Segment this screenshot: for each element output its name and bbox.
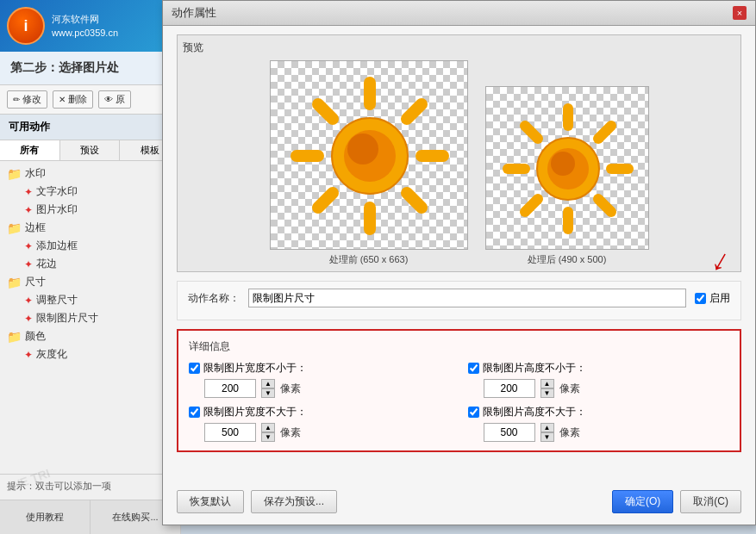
svg-line-15: [525, 126, 538, 139]
detail-section-label: 详细信息: [189, 339, 729, 354]
constraints-grid: 限制图片宽度不小于： ▲ ▼ 像素 限制图片高度: [189, 361, 729, 442]
svg-line-4: [318, 104, 333, 119]
svg-point-10: [347, 134, 378, 165]
tab-all[interactable]: 所有: [0, 140, 60, 160]
max-height-checkbox[interactable]: [468, 407, 479, 418]
min-height-unit: 像素: [559, 382, 580, 396]
min-width-label: 限制图片宽度不小于：: [203, 361, 307, 376]
min-height-checkbox[interactable]: [468, 363, 479, 374]
sun-after-svg: [486, 87, 649, 250]
max-height-down[interactable]: ▼: [540, 432, 554, 442]
enable-checkbox[interactable]: [695, 293, 706, 304]
item-resize[interactable]: ✦ 调整尺寸: [0, 291, 180, 309]
max-width-input[interactable]: [204, 423, 256, 442]
logo-text: 河东软件网 www.pc0359.cn: [52, 12, 118, 40]
max-height-up[interactable]: ▲: [540, 423, 554, 432]
svg-line-16: [598, 126, 611, 139]
item-image-watermark[interactable]: ✦ 图片水印: [0, 201, 180, 219]
enable-row: 启用: [695, 291, 730, 306]
min-height-group: 限制图片高度不小于： ▲ ▼ 像素: [468, 361, 730, 398]
min-width-checkbox[interactable]: [189, 363, 200, 374]
tab-preset[interactable]: 预设: [60, 140, 121, 160]
folder-watermark[interactable]: 📁 水印: [0, 165, 180, 183]
max-width-checkbox[interactable]: [189, 407, 200, 418]
action-name-row: 动作名称： 启用: [188, 289, 730, 307]
action-icon: ✦: [24, 240, 33, 252]
delete-button[interactable]: ✕ 删除: [53, 90, 93, 109]
svg-line-6: [318, 193, 333, 208]
max-height-input-row: ▲ ▼ 像素: [484, 423, 730, 442]
min-width-up[interactable]: ▲: [261, 379, 275, 388]
max-height-unit: 像素: [559, 425, 580, 440]
min-width-check-row: 限制图片宽度不小于：: [189, 361, 451, 376]
folder-icon: 📁: [7, 276, 22, 289]
action-icon: ✦: [24, 204, 33, 216]
min-height-check-row: 限制图片高度不小于：: [468, 361, 730, 376]
min-height-down[interactable]: ▼: [540, 388, 554, 398]
folder-border[interactable]: 📁 边框: [0, 219, 180, 237]
action-name-input[interactable]: [248, 289, 686, 307]
action-icon: ✦: [24, 186, 33, 198]
action-name-label: 动作名称：: [188, 291, 240, 306]
logo-icon: i: [7, 7, 45, 45]
action-icon: ✦: [24, 295, 33, 307]
item-add-border[interactable]: ✦ 添加边框: [0, 237, 180, 255]
max-width-label: 限制图片宽度不大于：: [203, 405, 307, 419]
detail-section: 详细信息 限制图片宽度不小于： ▲ ▼ 像素: [177, 329, 741, 452]
folder-color[interactable]: 📁 颜色: [0, 327, 180, 345]
svg-line-17: [525, 199, 538, 212]
cancel-button[interactable]: 取消(C): [680, 490, 741, 513]
toolbar: ✏ 修改 ✕ 删除 👁 原: [0, 85, 180, 115]
hint-bar: 提示：双击可以添加一项: [0, 474, 181, 498]
min-width-input[interactable]: [204, 379, 256, 398]
min-height-up[interactable]: ▲: [540, 379, 554, 388]
logo-bar: i 河东软件网 www.pc0359.cn: [0, 0, 180, 52]
view-icon: 👁: [104, 95, 113, 104]
item-fancy-border[interactable]: ✦ 花边: [0, 255, 180, 273]
save-preset-button[interactable]: 保存为预设...: [251, 490, 337, 513]
tutorial-button[interactable]: 使用教程: [0, 500, 91, 534]
dialog-title-bar: 动作属性 ×: [163, 1, 755, 26]
folder-size[interactable]: 📁 尺寸: [0, 273, 180, 291]
svg-point-21: [551, 152, 575, 176]
confirm-button[interactable]: 确定(O): [612, 490, 673, 513]
restore-defaults-button[interactable]: 恢复默认: [177, 490, 244, 513]
preview-after: 处理后 (490 x 500): [485, 86, 649, 266]
tabs-row: 所有 预设 模板: [0, 140, 180, 161]
max-width-down[interactable]: ▼: [261, 432, 275, 442]
before-canvas: [270, 60, 468, 250]
item-grayscale[interactable]: ✦ 灰度化: [0, 345, 180, 363]
bottom-buttons: 使用教程 在线购买...: [0, 500, 181, 534]
enable-label: 启用: [709, 291, 730, 306]
item-limit-size[interactable]: ✦ 限制图片尺寸: [0, 309, 180, 327]
min-height-input-row: ▲ ▼ 像素: [484, 379, 730, 398]
left-panel: i 河东软件网 www.pc0359.cn 第二步：选择图片处 ✏ 修改 ✕ 删…: [0, 0, 181, 534]
preview-section: 预览: [177, 34, 741, 272]
max-height-input[interactable]: [484, 423, 535, 442]
min-height-label: 限制图片高度不小于：: [483, 361, 586, 376]
footer-left-buttons: 恢复默认 保存为预设...: [177, 490, 337, 513]
basic-section: 动作名称： 启用: [177, 281, 741, 320]
action-icon: ✦: [24, 313, 33, 325]
close-button[interactable]: ×: [733, 6, 747, 20]
modify-button[interactable]: ✏ 修改: [7, 90, 47, 109]
min-width-input-row: ▲ ▼ 像素: [204, 379, 451, 398]
max-width-up[interactable]: ▲: [261, 423, 275, 432]
max-height-spinners: ▲ ▼: [540, 423, 554, 442]
after-caption: 处理后 (490 x 500): [528, 253, 607, 266]
delete-icon: ✕: [59, 95, 66, 104]
sun-before-svg: [271, 61, 468, 250]
folder-icon: 📁: [7, 330, 22, 344]
dialog-footer: 恢复默认 保存为预设... 确定(O) 取消(C): [177, 485, 741, 513]
item-text-watermark[interactable]: ✦ 文字水印: [0, 183, 180, 201]
dialog-title: 动作属性: [172, 5, 216, 21]
dialog-action-properties: 动作属性 × 预览: [162, 0, 756, 525]
min-height-input[interactable]: [484, 379, 535, 398]
min-width-unit: 像素: [280, 382, 301, 396]
view-button[interactable]: 👁 原: [98, 90, 131, 109]
max-width-group: 限制图片宽度不大于： ▲ ▼ 像素: [189, 405, 451, 442]
max-width-spinners: ▲ ▼: [261, 423, 275, 442]
min-width-down[interactable]: ▼: [261, 388, 275, 398]
tree-area: 📁 水印 ✦ 文字水印 ✦ 图片水印 📁 边框 ✦ 添加边框 ✦ 花边 📁 尺寸: [0, 161, 180, 385]
max-height-group: 限制图片高度不大于： ▲ ▼ 像素: [468, 405, 730, 442]
